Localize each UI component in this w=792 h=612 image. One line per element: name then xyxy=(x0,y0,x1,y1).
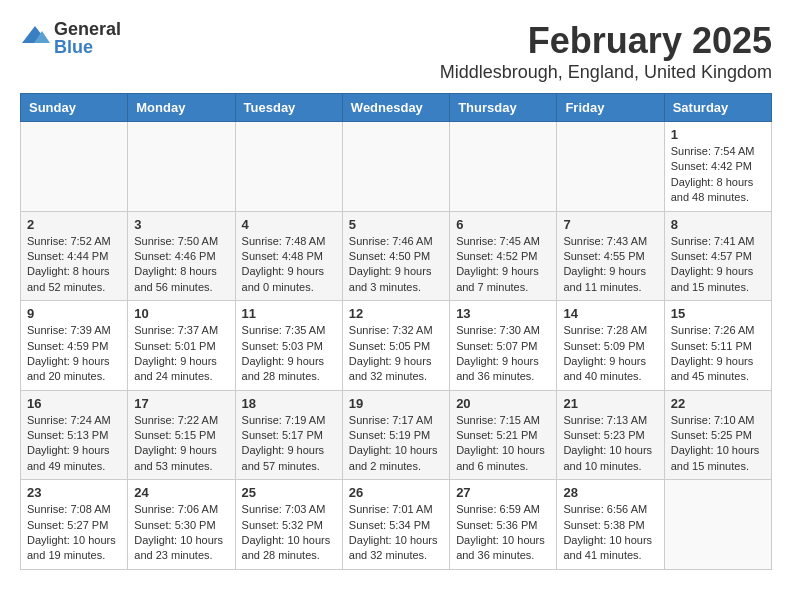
day-info: Sunrise: 7:43 AM Sunset: 4:55 PM Dayligh… xyxy=(563,234,657,296)
day-number: 6 xyxy=(456,217,550,232)
day-info: Sunrise: 7:46 AM Sunset: 4:50 PM Dayligh… xyxy=(349,234,443,296)
logo-general-text: General xyxy=(54,20,121,38)
day-info: Sunrise: 7:39 AM Sunset: 4:59 PM Dayligh… xyxy=(27,323,121,385)
day-number: 25 xyxy=(242,485,336,500)
day-number: 13 xyxy=(456,306,550,321)
logo-text: General Blue xyxy=(54,20,121,56)
day-cell xyxy=(557,122,664,212)
day-cell: 2Sunrise: 7:52 AM Sunset: 4:44 PM Daylig… xyxy=(21,211,128,301)
day-cell: 14Sunrise: 7:28 AM Sunset: 5:09 PM Dayli… xyxy=(557,301,664,391)
day-cell: 1Sunrise: 7:54 AM Sunset: 4:42 PM Daylig… xyxy=(664,122,771,212)
day-info: Sunrise: 7:37 AM Sunset: 5:01 PM Dayligh… xyxy=(134,323,228,385)
title-area: February 2025 Middlesbrough, England, Un… xyxy=(440,20,772,83)
day-cell: 26Sunrise: 7:01 AM Sunset: 5:34 PM Dayli… xyxy=(342,480,449,570)
day-info: Sunrise: 7:28 AM Sunset: 5:09 PM Dayligh… xyxy=(563,323,657,385)
day-info: Sunrise: 6:56 AM Sunset: 5:38 PM Dayligh… xyxy=(563,502,657,564)
logo: General Blue xyxy=(20,20,121,56)
day-cell: 18Sunrise: 7:19 AM Sunset: 5:17 PM Dayli… xyxy=(235,390,342,480)
day-info: Sunrise: 7:06 AM Sunset: 5:30 PM Dayligh… xyxy=(134,502,228,564)
day-number: 22 xyxy=(671,396,765,411)
day-info: Sunrise: 7:41 AM Sunset: 4:57 PM Dayligh… xyxy=(671,234,765,296)
day-number: 21 xyxy=(563,396,657,411)
column-header-saturday: Saturday xyxy=(664,94,771,122)
day-cell xyxy=(21,122,128,212)
day-number: 9 xyxy=(27,306,121,321)
day-number: 17 xyxy=(134,396,228,411)
day-number: 26 xyxy=(349,485,443,500)
day-number: 19 xyxy=(349,396,443,411)
day-cell: 23Sunrise: 7:08 AM Sunset: 5:27 PM Dayli… xyxy=(21,480,128,570)
column-header-wednesday: Wednesday xyxy=(342,94,449,122)
day-info: Sunrise: 7:45 AM Sunset: 4:52 PM Dayligh… xyxy=(456,234,550,296)
day-cell: 25Sunrise: 7:03 AM Sunset: 5:32 PM Dayli… xyxy=(235,480,342,570)
day-cell: 6Sunrise: 7:45 AM Sunset: 4:52 PM Daylig… xyxy=(450,211,557,301)
column-header-friday: Friday xyxy=(557,94,664,122)
week-row-1: 2Sunrise: 7:52 AM Sunset: 4:44 PM Daylig… xyxy=(21,211,772,301)
week-row-3: 16Sunrise: 7:24 AM Sunset: 5:13 PM Dayli… xyxy=(21,390,772,480)
day-cell: 3Sunrise: 7:50 AM Sunset: 4:46 PM Daylig… xyxy=(128,211,235,301)
day-number: 23 xyxy=(27,485,121,500)
day-number: 16 xyxy=(27,396,121,411)
day-cell: 22Sunrise: 7:10 AM Sunset: 5:25 PM Dayli… xyxy=(664,390,771,480)
day-number: 7 xyxy=(563,217,657,232)
day-info: Sunrise: 7:54 AM Sunset: 4:42 PM Dayligh… xyxy=(671,144,765,206)
day-cell: 15Sunrise: 7:26 AM Sunset: 5:11 PM Dayli… xyxy=(664,301,771,391)
day-cell: 27Sunrise: 6:59 AM Sunset: 5:36 PM Dayli… xyxy=(450,480,557,570)
day-number: 2 xyxy=(27,217,121,232)
day-info: Sunrise: 7:24 AM Sunset: 5:13 PM Dayligh… xyxy=(27,413,121,475)
day-number: 8 xyxy=(671,217,765,232)
day-cell: 12Sunrise: 7:32 AM Sunset: 5:05 PM Dayli… xyxy=(342,301,449,391)
header-row: SundayMondayTuesdayWednesdayThursdayFrid… xyxy=(21,94,772,122)
day-cell xyxy=(235,122,342,212)
column-header-monday: Monday xyxy=(128,94,235,122)
day-cell: 8Sunrise: 7:41 AM Sunset: 4:57 PM Daylig… xyxy=(664,211,771,301)
day-number: 15 xyxy=(671,306,765,321)
month-title: February 2025 xyxy=(440,20,772,62)
day-number: 3 xyxy=(134,217,228,232)
column-header-thursday: Thursday xyxy=(450,94,557,122)
week-row-2: 9Sunrise: 7:39 AM Sunset: 4:59 PM Daylig… xyxy=(21,301,772,391)
day-info: Sunrise: 7:52 AM Sunset: 4:44 PM Dayligh… xyxy=(27,234,121,296)
day-cell: 21Sunrise: 7:13 AM Sunset: 5:23 PM Dayli… xyxy=(557,390,664,480)
day-cell: 24Sunrise: 7:06 AM Sunset: 5:30 PM Dayli… xyxy=(128,480,235,570)
day-info: Sunrise: 6:59 AM Sunset: 5:36 PM Dayligh… xyxy=(456,502,550,564)
day-number: 28 xyxy=(563,485,657,500)
day-cell xyxy=(450,122,557,212)
logo-icon xyxy=(20,23,50,53)
logo-blue-text: Blue xyxy=(54,38,121,56)
calendar: SundayMondayTuesdayWednesdayThursdayFrid… xyxy=(20,93,772,570)
day-number: 11 xyxy=(242,306,336,321)
day-info: Sunrise: 7:03 AM Sunset: 5:32 PM Dayligh… xyxy=(242,502,336,564)
day-info: Sunrise: 7:26 AM Sunset: 5:11 PM Dayligh… xyxy=(671,323,765,385)
day-number: 4 xyxy=(242,217,336,232)
day-cell xyxy=(664,480,771,570)
day-cell: 11Sunrise: 7:35 AM Sunset: 5:03 PM Dayli… xyxy=(235,301,342,391)
day-cell: 16Sunrise: 7:24 AM Sunset: 5:13 PM Dayli… xyxy=(21,390,128,480)
day-cell: 10Sunrise: 7:37 AM Sunset: 5:01 PM Dayli… xyxy=(128,301,235,391)
day-info: Sunrise: 7:19 AM Sunset: 5:17 PM Dayligh… xyxy=(242,413,336,475)
day-number: 18 xyxy=(242,396,336,411)
column-header-sunday: Sunday xyxy=(21,94,128,122)
day-cell: 19Sunrise: 7:17 AM Sunset: 5:19 PM Dayli… xyxy=(342,390,449,480)
day-info: Sunrise: 7:17 AM Sunset: 5:19 PM Dayligh… xyxy=(349,413,443,475)
day-cell: 20Sunrise: 7:15 AM Sunset: 5:21 PM Dayli… xyxy=(450,390,557,480)
location-title: Middlesbrough, England, United Kingdom xyxy=(440,62,772,83)
day-cell: 9Sunrise: 7:39 AM Sunset: 4:59 PM Daylig… xyxy=(21,301,128,391)
day-cell: 13Sunrise: 7:30 AM Sunset: 5:07 PM Dayli… xyxy=(450,301,557,391)
day-info: Sunrise: 7:50 AM Sunset: 4:46 PM Dayligh… xyxy=(134,234,228,296)
day-number: 1 xyxy=(671,127,765,142)
day-cell: 4Sunrise: 7:48 AM Sunset: 4:48 PM Daylig… xyxy=(235,211,342,301)
day-info: Sunrise: 7:35 AM Sunset: 5:03 PM Dayligh… xyxy=(242,323,336,385)
day-cell: 7Sunrise: 7:43 AM Sunset: 4:55 PM Daylig… xyxy=(557,211,664,301)
day-info: Sunrise: 7:15 AM Sunset: 5:21 PM Dayligh… xyxy=(456,413,550,475)
day-number: 5 xyxy=(349,217,443,232)
day-cell: 28Sunrise: 6:56 AM Sunset: 5:38 PM Dayli… xyxy=(557,480,664,570)
day-info: Sunrise: 7:10 AM Sunset: 5:25 PM Dayligh… xyxy=(671,413,765,475)
day-info: Sunrise: 7:08 AM Sunset: 5:27 PM Dayligh… xyxy=(27,502,121,564)
calendar-header: SundayMondayTuesdayWednesdayThursdayFrid… xyxy=(21,94,772,122)
day-number: 24 xyxy=(134,485,228,500)
day-info: Sunrise: 7:48 AM Sunset: 4:48 PM Dayligh… xyxy=(242,234,336,296)
week-row-0: 1Sunrise: 7:54 AM Sunset: 4:42 PM Daylig… xyxy=(21,122,772,212)
column-header-tuesday: Tuesday xyxy=(235,94,342,122)
day-number: 12 xyxy=(349,306,443,321)
